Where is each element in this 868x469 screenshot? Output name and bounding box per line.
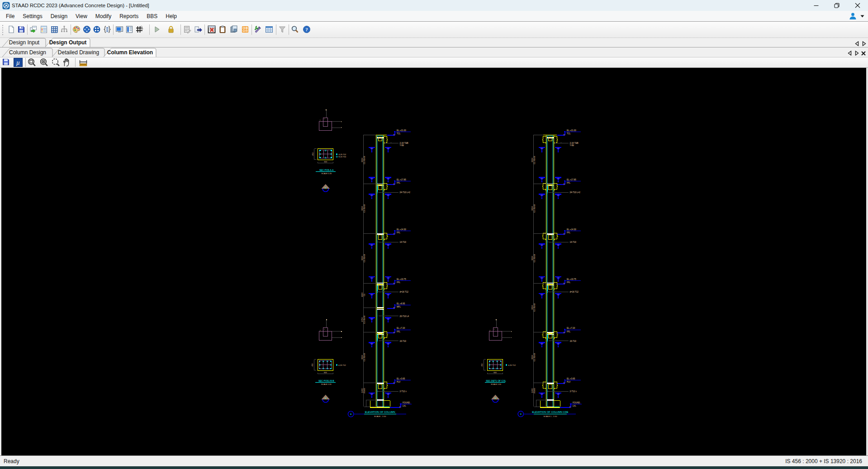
- svg-text:r: r: [324, 118, 325, 120]
- svg-text:EL.+10.75: EL.+10.75: [567, 278, 576, 280]
- svg-text:C2 45x60: C2 45x60: [533, 353, 536, 361]
- svg-text:C1 45x60: C1 45x60: [363, 156, 365, 164]
- svg-text:8-20 T10: 8-20 T10: [339, 156, 346, 158]
- svg-text:EL.+21.00: EL.+21.00: [567, 129, 576, 132]
- svg-text:N: N: [325, 187, 326, 189]
- svg-text:C1 45x60: C1 45x60: [363, 204, 365, 213]
- svg-text:C1 45x60: C1 45x60: [363, 353, 365, 361]
- svg-text:t: t: [320, 119, 320, 121]
- svg-text:EL.+21.00: EL.+21.00: [397, 129, 406, 132]
- svg-text:PLV: PLV: [567, 381, 570, 383]
- svg-text:Y-8d: Y-8d: [570, 144, 574, 147]
- svg-text:450: 450: [481, 363, 483, 366]
- svg-text:t: t: [320, 330, 320, 332]
- svg-text:16-T10: 16-T10: [400, 340, 407, 342]
- svg-text:r: r: [494, 328, 495, 330]
- svg-text:µ: µ: [16, 59, 20, 66]
- svg-text:C2 45x60: C2 45x60: [533, 303, 536, 312]
- svg-text:24-T10 L=2: 24-T10 L=2: [570, 191, 581, 194]
- svg-text:FFL: FFL: [397, 331, 400, 333]
- svg-text:EL.+3.65: EL.+3.65: [397, 378, 405, 380]
- svg-text:SCALE 1 - 1:50: SCALE 1 - 1:50: [544, 415, 557, 417]
- svg-text:SCALE 1:20: SCALE 1:20: [321, 383, 332, 385]
- svg-text:SEC POS A-A: SEC POS A-A: [319, 169, 334, 171]
- svg-text:d=16 T12: d=16 T12: [570, 291, 579, 293]
- svg-text:EL.+14.30: EL.+14.30: [567, 228, 576, 231]
- svg-text:4-25 T12: 4-25 T12: [508, 364, 516, 366]
- svg-text:4-25 T12: 4-25 T12: [338, 364, 346, 366]
- svg-text:N: N: [325, 397, 326, 399]
- svg-text:SCALE - 1:50: SCALE - 1:50: [374, 415, 386, 417]
- svg-text:450: 450: [312, 152, 314, 156]
- svg-text:14-T10: 14-T10: [400, 241, 407, 243]
- svg-text:EL.+3.65: EL.+3.65: [567, 378, 575, 380]
- svg-text:C2 45x60: C2 45x60: [533, 254, 536, 262]
- svg-text:A: A: [350, 413, 351, 415]
- svg-text:600: 600: [493, 371, 497, 374]
- svg-text:EL.+7.20: EL.+7.20: [567, 327, 575, 329]
- svg-text:Y-8d: Y-8d: [400, 144, 404, 147]
- svg-text:EL.+7.20: EL.+7.20: [397, 327, 405, 329]
- svg-text:SEC POS1 B-B: SEC POS1 B-B: [318, 379, 334, 382]
- svg-text:EL.+8.95: EL.+8.95: [397, 303, 405, 305]
- svg-text:14-T10: 14-T10: [570, 241, 577, 243]
- svg-text:SCALE 1:20: SCALE 1:20: [491, 383, 501, 385]
- svg-text:600: 600: [324, 161, 327, 163]
- svg-text:C1: C1: [363, 294, 365, 296]
- svg-text:C1 45x60: C1 45x60: [363, 315, 365, 324]
- svg-text:2-T12 x: 2-T12 x: [400, 390, 407, 393]
- svg-text:ELEVATION OF COLUMN: ELEVATION OF COLUMN: [365, 411, 395, 413]
- svg-text:FOUND.: FOUND.: [573, 402, 580, 404]
- svg-text:C2 45x60: C2 45x60: [533, 156, 536, 164]
- svg-text:TCL: TCL: [397, 133, 401, 135]
- svg-text:?: ?: [305, 27, 308, 32]
- svg-text:B: B: [520, 413, 522, 415]
- svg-text:20-T10 L4: 20-T10 L4: [400, 315, 409, 317]
- svg-text:PLV: PLV: [397, 381, 400, 383]
- svg-text:45x60: 45x60: [533, 388, 536, 393]
- svg-text:FFL: FFL: [567, 281, 570, 284]
- svg-text:EL.+10.75: EL.+10.75: [397, 278, 406, 280]
- svg-text:EL.+14.30: EL.+14.30: [397, 228, 406, 231]
- svg-text:EL.+17.85: EL.+17.85: [567, 179, 576, 181]
- svg-text:FFL: FFL: [567, 182, 570, 184]
- svg-text:24-T10 L=2: 24-T10 L=2: [400, 191, 411, 194]
- svg-text:FFL: FFL: [397, 182, 400, 184]
- svg-text:LVL: LVL: [573, 405, 576, 407]
- svg-text:MFL: MFL: [397, 306, 401, 308]
- svg-text:4-25 T12: 4-25 T12: [339, 153, 346, 156]
- svg-text:ELEVATION OF COLUMN CDE: ELEVATION OF COLUMN CDE: [532, 411, 569, 413]
- svg-text:FFL: FFL: [567, 331, 570, 333]
- svg-text:2-T12 x: 2-T12 x: [570, 390, 577, 393]
- svg-text:FOUND.: FOUND.: [403, 402, 410, 404]
- svg-text:d=16 T12: d=16 T12: [400, 291, 409, 293]
- svg-text:FFL: FFL: [567, 232, 570, 234]
- svg-text:SCALE 1:20: SCALE 1:20: [322, 172, 332, 175]
- svg-text:EL.+17.85: EL.+17.85: [397, 179, 406, 181]
- svg-text:C1 45x60: C1 45x60: [363, 254, 365, 262]
- svg-text:450: 450: [311, 363, 313, 366]
- svg-text:C2 45x60: C2 45x60: [533, 204, 536, 213]
- svg-text:600: 600: [324, 371, 327, 374]
- svg-text:45x60: 45x60: [363, 388, 365, 393]
- svg-text:TCL: TCL: [567, 133, 571, 135]
- svg-text:LVL: LVL: [403, 405, 406, 407]
- svg-text:N: N: [495, 397, 496, 399]
- svg-text:FFL: FFL: [397, 232, 400, 234]
- svg-text:16-T10: 16-T10: [570, 340, 577, 342]
- svg-text:SEC.DET1 OF COL: SEC.DET1 OF COL: [486, 379, 506, 382]
- svg-text:t: t: [490, 330, 490, 332]
- svg-text:FFL: FFL: [397, 281, 400, 284]
- svg-text:r: r: [324, 328, 325, 330]
